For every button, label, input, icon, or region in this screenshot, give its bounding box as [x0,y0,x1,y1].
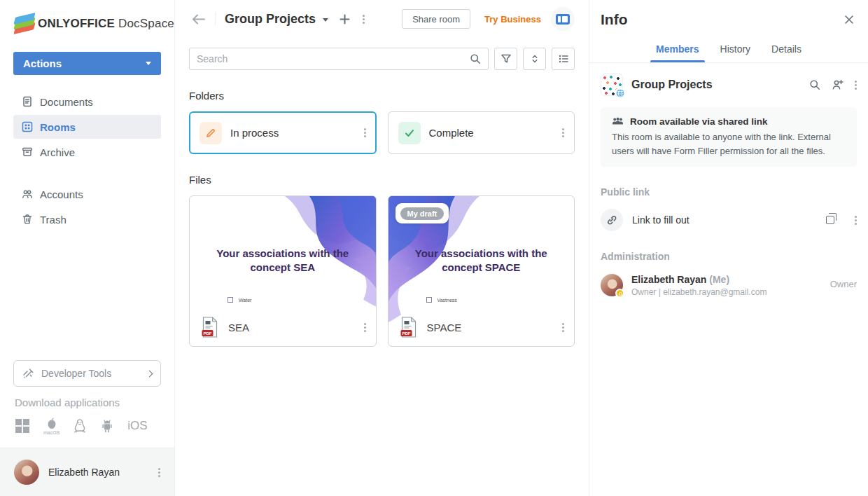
user-menu-kebab-icon[interactable] [158,471,160,474]
sidebar-item-rooms[interactable]: Rooms [13,115,161,139]
sort-icon [529,53,540,64]
try-business-link[interactable]: Try Business [484,14,541,25]
folder-icon-wrap [200,122,222,144]
search-icon[interactable] [470,53,481,64]
link-icon [606,214,617,226]
brand-text: ONLYOFFICE DocSpace [38,17,174,31]
folder-context-menu[interactable] [562,132,564,134]
banner-description: This room is available to anyone with th… [612,130,846,158]
onlyoffice-logo-icon [13,13,31,34]
chevron-down-icon [146,62,151,65]
invite-user-icon[interactable] [832,79,844,90]
platforms-row: macOS iOS [15,417,161,435]
search-input[interactable] [197,53,470,64]
folder-name: In process [230,127,356,139]
content-header: Group Projects Share room Try Business [189,0,575,38]
sidebar-item-archive[interactable]: Archive [13,140,161,164]
tab-details[interactable]: Details [770,39,803,62]
chevron-right-icon [146,370,153,377]
room-actions [809,79,857,90]
sidebar-item-label: Documents [40,96,93,108]
link-icon-wrap [601,209,623,231]
member-row: Elizabeth Rayan (Me) Owner | elizabeth.r… [601,273,857,297]
sidebar-item-documents[interactable]: Documents [13,90,161,113]
copy-link-icon[interactable] [826,216,834,224]
close-info-button[interactable] [841,12,857,27]
rows-view-icon [558,53,569,64]
info-tabs: Members History Details [589,39,868,63]
tab-members[interactable]: Members [654,39,700,62]
view-rows-button[interactable] [552,48,575,70]
room-context-menu[interactable] [855,84,857,86]
windows-icon[interactable] [15,418,30,434]
file-card-sea[interactable]: Your associations with the concept SEA W… [189,195,377,347]
toolbar [189,48,575,70]
file-footer: PDF SEA [201,317,366,338]
sidebar-item-accounts[interactable]: Accounts [13,182,161,206]
developer-tools-button[interactable]: Developer Tools [13,360,161,387]
developer-tools-label: Developer Tools [41,368,111,379]
member-role: Owner [830,279,857,289]
link-context-menu[interactable] [855,219,857,221]
folder-name: Complete [429,127,554,139]
pencil-icon [205,128,216,139]
brand-light: DocSpace [118,17,174,30]
brand: ONLYOFFICE DocSpace [0,0,174,46]
info-panel-header: Info [601,0,857,39]
macos-icon[interactable]: macOS [43,417,59,435]
room-header-row: Group Projects [601,63,857,107]
nav-spacer [0,165,174,182]
content-area: Group Projects Share room Try Business [175,0,589,496]
panel-toggle-icon [556,14,570,25]
sidebar-nav: Documents Rooms Archive [0,90,174,233]
search-members-icon[interactable] [809,79,820,90]
checkbox-icon [227,297,233,303]
brand-bold: ONLYOFFICE [38,17,115,30]
filter-button[interactable] [494,48,517,70]
checkbox-label: Water [239,298,251,303]
trash-icon [22,214,33,225]
header-divider [215,13,216,25]
sidebar-item-trash[interactable]: Trash [13,207,161,231]
room-name: Group Projects [631,78,801,91]
member-me-label: (Me) [709,274,729,285]
macos-label: macOS [43,430,59,435]
back-button[interactable] [189,11,208,27]
info-panel-toggle-button[interactable] [551,7,575,31]
rooms-icon [22,121,33,132]
header-context-menu[interactable] [360,15,368,23]
folders-heading: Folders [189,90,575,102]
svg-text:PDF: PDF [204,331,212,336]
android-icon[interactable] [100,418,114,434]
file-preview-title: Your associations with the concept SEA [209,247,356,275]
archive-icon [22,146,33,158]
public-link-label[interactable]: Link to fill out [632,214,817,226]
file-context-menu[interactable] [562,326,564,329]
file-card-space[interactable]: My draft Your associations with the conc… [388,195,575,347]
sort-button[interactable] [523,48,546,70]
page-title[interactable]: Group Projects [225,12,316,27]
tab-history[interactable]: History [719,39,752,62]
document-icon [22,96,33,107]
share-room-button[interactable]: Share room [402,9,470,29]
sidebar-item-label: Accounts [40,188,83,200]
plus-icon [340,14,350,25]
user-strip: Elizabeth Rayan [0,448,174,496]
sidebar: ONLYOFFICE DocSpace Actions Documents Ro… [0,0,175,496]
title-dropdown-icon[interactable] [323,18,328,22]
member-avatar [601,274,623,296]
member-name: Elizabeth Rayan [631,274,706,285]
linux-icon[interactable] [73,418,87,434]
ios-link[interactable]: iOS [127,419,147,433]
user-name: Elizabeth Rayan [48,467,149,478]
actions-button[interactable]: Actions [13,52,161,75]
search-box [189,48,489,70]
add-button[interactable] [337,11,353,27]
file-context-menu[interactable] [364,326,366,329]
user-avatar[interactable] [14,460,39,485]
folder-card-complete[interactable]: Complete [388,111,575,154]
member-text: Elizabeth Rayan (Me) Owner | elizabeth.r… [631,273,822,297]
folder-card-in-process[interactable]: In process [189,111,377,154]
file-name: SEA [228,322,354,333]
folder-context-menu[interactable] [364,132,366,134]
